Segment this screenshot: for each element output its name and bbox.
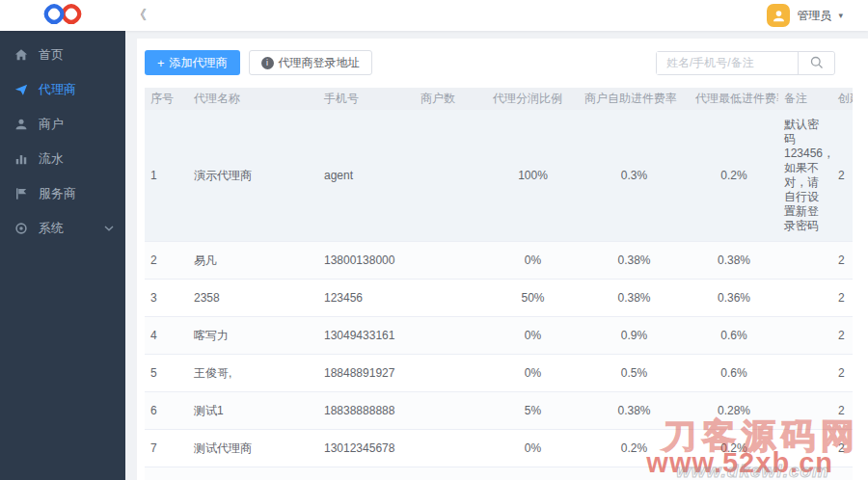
table-body: 1演示代理商agent100%0.3%0.2%默认密码123456，如果不对，请…: [145, 110, 853, 480]
plus-icon: +: [157, 56, 165, 70]
column-header-agent_min_rate: 代理最低进件费率: [690, 91, 778, 107]
sidebar-item-service-providers[interactable]: 服务商: [0, 176, 125, 211]
agent-login-url-button[interactable]: i 代理商登录地址: [249, 50, 372, 75]
column-header-merchant_rate: 商户自助进件费率: [579, 91, 690, 107]
sidebar-item-label: 首页: [39, 46, 64, 64]
bar-chart-icon: [14, 152, 28, 166]
cell-name: 王俊哥,: [188, 365, 318, 382]
sidebar-item-label: 服务商: [39, 185, 76, 202]
cell-seq: 5: [145, 366, 188, 380]
cell-phone: 13049433161: [318, 329, 415, 342]
cell-ratio: 50%: [487, 291, 579, 305]
cell-name: 测试1: [188, 403, 318, 419]
agent-login-url-label: 代理商登录地址: [279, 55, 360, 71]
cell-remark: [778, 290, 832, 306]
top-header: 《 管理员 ▾: [0, 0, 868, 31]
column-header-phone: 手机号: [318, 91, 415, 107]
cell-created: 2: [832, 441, 853, 455]
table-row: 4喀写力130494331610%0.9%0.6%2: [145, 317, 853, 355]
main-content: + 添加代理商 i 代理商登录地址 序号代理名称手机号商户数代理分润比例商户自助…: [125, 31, 868, 480]
table-row: 6测试1188388888885%0.38%0.28%2: [145, 392, 853, 430]
cell-name: 演示代理商: [188, 168, 318, 184]
cell-merchant_rate: 0.9%: [579, 329, 690, 342]
cell-seq: 6: [145, 404, 188, 417]
add-agent-button[interactable]: + 添加代理商: [145, 50, 240, 75]
cell-created: 2: [832, 169, 853, 182]
table-row: 7测试代理商130123456780%0.2%0.2%2: [145, 430, 853, 467]
column-header-merchants: 商户数: [415, 91, 487, 107]
table-row: 1演示代理商agent100%0.3%0.2%默认密码123456，如果不对，请…: [145, 110, 853, 242]
cell-created: 2: [832, 366, 853, 380]
cell-merchant_rate: 0.38%: [579, 404, 690, 417]
logo-icon: [41, 1, 85, 30]
table-row: 3235812345650%0.38%0.36%2: [145, 280, 853, 317]
column-header-seq: 序号: [145, 91, 188, 107]
sidebar-item-label: 系统: [39, 220, 64, 237]
cell-agent_min_rate: 0.6%: [690, 366, 778, 380]
cell-remark: [778, 253, 832, 268]
toolbar: + 添加代理商 i 代理商登录地址: [137, 39, 868, 75]
cell-merchant_rate: 0.2%: [579, 441, 690, 455]
gear-icon: [14, 222, 28, 235]
table-header-row: 序号代理名称手机号商户数代理分润比例商户自助进件费率代理最低进件费率备注创建时间: [145, 88, 853, 110]
cell-merchant_rate: 0.3%: [579, 169, 690, 182]
cell-name: 易凡: [188, 253, 318, 269]
column-header-name: 代理名称: [188, 91, 318, 107]
cell-phone: agent: [318, 169, 415, 182]
cell-remark: [778, 440, 832, 456]
cell-seq: 1: [145, 169, 188, 182]
user-icon: [772, 9, 786, 23]
sidebar-item-label: 商户: [39, 116, 64, 133]
cell-seq: 4: [145, 329, 188, 342]
user-name: 管理员: [797, 8, 831, 24]
logo: [0, 0, 125, 31]
cell-remark: 默认密码123456，如果不对，请自行设置新登录密码: [778, 110, 832, 241]
cell-ratio: 100%: [487, 169, 579, 182]
home-icon: [14, 48, 28, 62]
content-card: + 添加代理商 i 代理商登录地址 序号代理名称手机号商户数代理分润比例商户自助…: [137, 39, 868, 480]
cell-remark: [778, 365, 832, 381]
cell-agent_min_rate: 0.2%: [690, 169, 778, 182]
cell-agent_min_rate: 0.36%: [690, 291, 778, 305]
collapse-sidebar-icon[interactable]: 《: [133, 7, 147, 24]
sidebar-item-merchants[interactable]: 商户: [0, 107, 125, 142]
search-box: [656, 51, 835, 75]
cell-merchant_rate: 0.38%: [579, 291, 690, 305]
cell-ratio: 0%: [487, 366, 579, 380]
cell-remark: [778, 403, 832, 418]
cell-ratio: 0%: [487, 329, 579, 342]
flag-icon: [14, 187, 28, 200]
sidebar: 首页 代理商 商户 流水 服务商 系统: [0, 31, 125, 480]
sidebar-item-transactions[interactable]: 流水: [0, 142, 125, 176]
chevron-down-icon: ▾: [838, 11, 843, 20]
agents-table: 序号代理名称手机号商户数代理分润比例商户自助进件费率代理最低进件费率备注创建时间…: [145, 88, 853, 480]
chevron-down-icon: [104, 226, 114, 231]
cell-name: 测试代理商: [188, 440, 318, 457]
cell-phone: 13800138000: [318, 253, 415, 267]
add-agent-label: 添加代理商: [170, 55, 228, 71]
sidebar-item-system[interactable]: 系统: [0, 211, 125, 246]
column-header-ratio: 代理分润比例: [487, 91, 579, 107]
cell-agent_min_rate: 0.2%: [690, 441, 778, 455]
cell-phone: 18848891927: [318, 366, 415, 380]
cell-phone: 123456: [318, 291, 415, 305]
sidebar-item-label: 流水: [39, 150, 64, 168]
cell-merchant_rate: 0.5%: [579, 366, 690, 380]
person-icon: [14, 118, 28, 131]
column-header-created: 创建时间: [832, 91, 853, 107]
cell-merchant_rate: 0.38%: [579, 253, 690, 267]
sidebar-item-home[interactable]: 首页: [0, 38, 125, 72]
cell-created: 2: [832, 253, 853, 267]
cell-ratio: 0%: [487, 441, 579, 455]
sidebar-item-agents[interactable]: 代理商: [0, 72, 125, 107]
table-row: 8哦哦1234567890%0.5%0.25%2: [145, 467, 853, 480]
cell-agent_min_rate: 0.38%: [690, 253, 778, 267]
user-menu[interactable]: 管理员 ▾: [767, 4, 843, 27]
cell-name: 2358: [188, 291, 318, 305]
cell-phone: 18838888888: [318, 404, 415, 417]
search-button[interactable]: [798, 52, 834, 74]
table-row: 5王俊哥,188488919270%0.5%0.6%2: [145, 355, 853, 392]
cell-agent_min_rate: 0.28%: [690, 404, 778, 417]
info-icon: i: [261, 57, 274, 69]
search-input[interactable]: [657, 52, 798, 74]
